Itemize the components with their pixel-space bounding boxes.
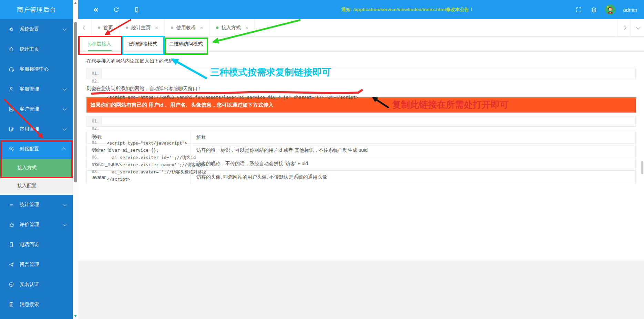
sidebar-subitem-access-method[interactable]: 接入方式 — [0, 159, 73, 177]
sidebar-item-message-management[interactable]: 留言管理 — [0, 255, 73, 275]
refresh-button[interactable] — [112, 6, 120, 13]
tabs-scroll-right-button[interactable] — [617, 19, 631, 36]
sidebar-item-docking-config[interactable]: 对接配置 — [0, 139, 73, 159]
sidebar-item-label: 客户管理 — [20, 106, 39, 112]
sidebar-subitem-access-config[interactable]: 接入配置 — [0, 177, 73, 195]
sidebar-item-label: 统计主页 — [20, 46, 39, 52]
content-tab-smart-link[interactable]: 智能链接模式 — [121, 36, 164, 51]
sidebar-item-label: 统计管理 — [20, 202, 39, 208]
desc-cell: 访客的唯一标识，可以是你网站的用户id 或者 其他标识，不传系统自动生成 uui… — [191, 144, 636, 157]
app-window: 商户管理后台 系统设置 统计主页 客服接待中心 客服管理 客户管理 常用管理 — [0, 0, 644, 319]
tab-label: 统计主页 — [131, 25, 151, 31]
sidebar-item-message-search[interactable]: 消息搜索 — [0, 295, 73, 315]
clipboard-icon — [8, 301, 14, 308]
user-badge-icon — [8, 106, 14, 112]
tab-close-icon[interactable]: × — [155, 25, 158, 31]
chevron-right-icon — [622, 25, 626, 30]
chevron-down-icon — [63, 222, 67, 226]
username[interactable]: admin — [623, 7, 637, 13]
chevron-down-icon — [63, 202, 67, 206]
tab-label: 使用教程 — [176, 25, 196, 31]
info-banner: 如果你们的网站有自己的 用户id 、用户名、头像信息，您可以通过如下方式传入 — [86, 97, 636, 113]
content-scrollbar-thumb[interactable] — [641, 161, 643, 174]
thumbs-up-icon — [8, 222, 14, 228]
mobile-view-button[interactable] — [133, 6, 140, 13]
scroll-down-arrow-icon[interactable] — [74, 315, 77, 317]
chevron-down-icon — [63, 27, 67, 31]
tab-label: 接入方式 — [222, 25, 241, 31]
sidebar-item-phone-callback[interactable]: 电话回访 — [0, 235, 73, 255]
mobile-icon — [8, 242, 14, 248]
sidebar-item-service-center[interactable]: 客服接待中心 — [0, 59, 73, 79]
scrollbar-thumb[interactable] — [74, 22, 77, 182]
notice-bar[interactable]: 通知: /application/service/view/index/inde… — [341, 0, 474, 19]
tabbar-spacer — [255, 19, 617, 36]
sidebar-item-common-management[interactable]: 常用管理 — [0, 119, 73, 139]
sidebar-item-label: 常用管理 — [20, 126, 39, 132]
chevron-left-icon — [83, 25, 87, 30]
user-icon — [8, 86, 14, 92]
config-gear-icon — [8, 146, 14, 152]
content-tab-js-popup[interactable]: js弹层接入 — [78, 36, 121, 51]
tab-active-dot-icon — [216, 26, 218, 29]
sidebar-item-stats-home[interactable]: 统计主页 — [0, 39, 73, 59]
tab-stats-home[interactable]: 统计主页 × — [120, 19, 165, 36]
chevron-down-icon — [63, 87, 67, 91]
sidebar-item-stats-management[interactable]: 统计管理 — [0, 195, 73, 215]
avatar[interactable] — [605, 4, 615, 15]
desc-cell: 访客的头像, 即您网站的用户头像, 不传默认是系统的通用头像 — [191, 171, 636, 184]
tab-access-method[interactable]: 接入方式 × — [210, 19, 255, 36]
sidebar-item-label: 客服接待中心 — [20, 66, 49, 72]
sidebar-item-review-management[interactable]: 评价管理 — [0, 215, 73, 235]
sidebar-scrollbar[interactable] — [73, 0, 78, 319]
tab-label: 首页 — [103, 25, 113, 31]
code-block-params: 01.02.03.04.05.06.07.08. <script type="t… — [86, 116, 636, 127]
content-tab-qrcode[interactable]: 二维码访问模式 — [164, 36, 207, 51]
sidebar-item-realname-auth[interactable]: 实名认证 — [0, 275, 73, 295]
app-title: 商户管理后台 — [0, 0, 73, 19]
tab-close-icon[interactable]: × — [200, 25, 203, 31]
top-header: « 通知: /application/service/view/index/in… — [78, 0, 644, 19]
tab-dot-icon — [171, 26, 173, 29]
gear-icon — [8, 26, 14, 32]
sidebar-item-label: 留言管理 — [20, 262, 39, 268]
shield-check-icon — [8, 281, 14, 288]
tab-dot-icon — [126, 26, 128, 29]
chevron-up-icon — [62, 148, 65, 151]
sidebar-item-label: 实名认证 — [20, 281, 39, 288]
fullscreen-icon[interactable] — [575, 6, 582, 13]
sidebar-item-label: 系统设置 — [20, 26, 39, 32]
panel-body: 在您要接入的网站内添加嵌入如下的代码： 01.02.03. <script sr… — [78, 58, 644, 184]
tab-home[interactable]: 首页 — [92, 19, 120, 36]
sidebar-item-agent-management[interactable]: 客服管理 — [0, 79, 73, 99]
sidebar-item-customer-management[interactable]: 客户管理 — [0, 99, 73, 119]
layers-icon[interactable] — [590, 6, 597, 13]
tab-dot-icon — [98, 26, 100, 29]
header-left-actions: « — [92, 0, 140, 19]
column-header: 解释 — [191, 131, 636, 144]
tab-tutorial[interactable]: 使用教程 × — [165, 19, 210, 36]
collapse-sidebar-button[interactable]: « — [92, 6, 100, 13]
content-panel: js弹层接入 智能链接模式 二维码访问模式 在您要接入的网站内添加嵌入如下的代码… — [78, 36, 644, 260]
intro-text: 在您要接入的网站内添加嵌入如下的代码： — [86, 58, 636, 64]
tab-close-icon[interactable]: × — [245, 25, 248, 31]
headset-icon — [8, 66, 14, 72]
sidebar-item-label: 评价管理 — [20, 222, 39, 228]
header-right-actions: admin — [575, 0, 637, 19]
scroll-up-arrow-icon[interactable] — [74, 2, 77, 4]
sidebar-item-label: 电话回访 — [20, 242, 39, 248]
result-text: 则会在您访问所添加的网站，自动弹出客服聊天窗口！ — [86, 86, 636, 92]
sidebar-item-label: 接入配置 — [17, 183, 37, 189]
code-line-numbers: 01.02.03.04.05.06.07.08. — [87, 116, 102, 126]
paper-plane-icon — [8, 262, 14, 268]
sidebar-item-system-settings[interactable]: 系统设置 — [0, 19, 73, 39]
chevron-down-icon — [63, 127, 67, 130]
code-line-numbers: 01.02.03. — [87, 68, 102, 79]
tabs-menu-dropdown[interactable] — [631, 19, 644, 36]
sidebar-item-label: 客服管理 — [20, 86, 39, 92]
page-tabbar: 首页 统计主页 × 使用教程 × 接入方式 × — [78, 19, 644, 36]
content-tabs: js弹层接入 智能链接模式 二维码访问模式 — [78, 36, 644, 52]
tabs-scroll-left-button[interactable] — [78, 19, 92, 36]
sidebar-item-label: 对接配置 — [20, 146, 39, 152]
chevron-down-icon — [63, 107, 67, 110]
